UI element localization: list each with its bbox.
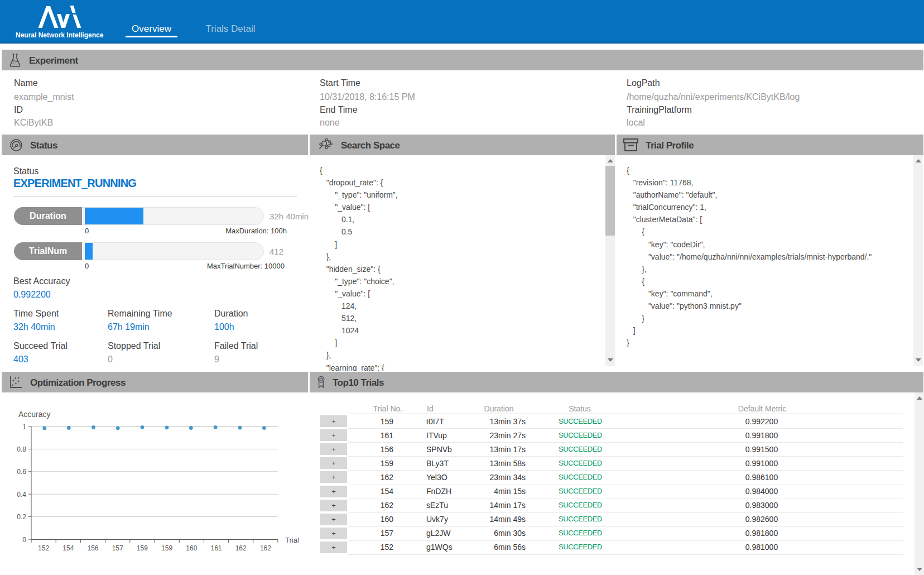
svg-text:1: 1 — [22, 423, 26, 431]
svg-text:0.8: 0.8 — [17, 445, 26, 453]
svg-text:0: 0 — [22, 536, 26, 544]
svg-text:162: 162 — [260, 544, 271, 552]
svg-text:Accuracy: Accuracy — [18, 410, 51, 419]
svg-text:159: 159 — [161, 544, 172, 552]
svg-text:154: 154 — [62, 544, 74, 552]
svg-text:162: 162 — [235, 544, 247, 552]
svg-text:0.2: 0.2 — [17, 513, 26, 521]
svg-text:Trial: Trial — [285, 536, 299, 544]
svg-text:161: 161 — [210, 544, 222, 552]
svg-text:156: 156 — [87, 544, 98, 552]
svg-text:0.4: 0.4 — [17, 491, 26, 499]
svg-text:152: 152 — [38, 544, 49, 552]
svg-text:160: 160 — [186, 544, 197, 552]
svg-text:159: 159 — [137, 544, 148, 552]
svg-text:0.6: 0.6 — [17, 468, 26, 476]
svg-text:157: 157 — [112, 544, 123, 552]
